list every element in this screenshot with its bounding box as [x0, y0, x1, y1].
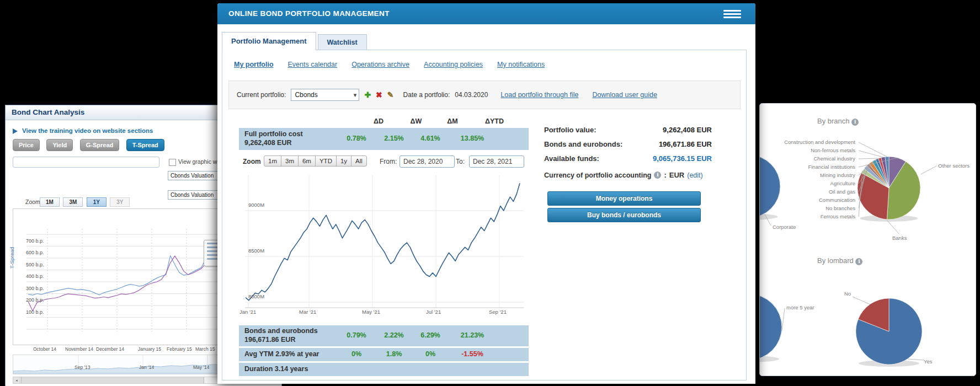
pie-label-banks: Banks — [892, 235, 907, 241]
menu-icon[interactable] — [723, 10, 741, 18]
delta-value: 6.29% — [407, 331, 454, 339]
to-date-input[interactable] — [469, 156, 524, 168]
chart-zoom-label: Zoom — [243, 158, 261, 165]
scrollbar-left-arrow[interactable]: ◂ — [13, 377, 20, 383]
portfolio-date-label: Date a portfolio: — [403, 91, 450, 99]
zoom-1y-button[interactable]: 1y — [336, 156, 351, 167]
nav-accounting-policies[interactable]: Accounting policies — [424, 61, 483, 68]
pie-label-yes: Yes — [924, 358, 933, 364]
portfolio-nav: My portfolio Events calendar Operations … — [234, 61, 545, 68]
buy-bonds-button[interactable]: Buy bonds / eurobonds — [547, 208, 701, 222]
tab-price[interactable]: Price — [13, 139, 40, 151]
zoom-3y-button[interactable]: 3Y — [110, 197, 130, 207]
online-bond-portfolio-window: ONLINE BOND PORTFOLIO MANAGEMENT Portfol… — [217, 3, 755, 384]
currency-colon: : — [664, 171, 666, 179]
by-branch-pie[interactable] — [858, 157, 920, 222]
pie-label-mining: Mining industry — [820, 172, 855, 178]
pie-label-ferrous: Ferrous metals — [821, 213, 855, 219]
avg-ytm-row: Avg YTM 2.93% at year 0% 1.8% 0% -1.55% — [239, 348, 529, 361]
zoom-1y-button[interactable]: 1Y — [87, 197, 106, 207]
maturity-pie[interactable] — [760, 294, 782, 362]
info-icon[interactable]: i — [654, 171, 661, 179]
x-axis-tick: March 15 — [195, 346, 215, 352]
currency-edit-link[interactable]: (edit) — [687, 171, 702, 179]
zoom-6m-button[interactable]: 6m — [298, 156, 316, 167]
nav-events-calendar[interactable]: Events calendar — [288, 61, 338, 68]
portfolio-value-amount: 9,262,408 EUR — [601, 126, 712, 134]
nav-operations-archive[interactable]: Operations archive — [351, 61, 409, 68]
x-axis-tick: Mar '21 — [299, 309, 316, 315]
load-portfolio-link[interactable]: Load portfolio through file — [500, 91, 578, 99]
to-label: To: — [456, 158, 465, 165]
y-axis-tick: 8500M — [248, 248, 264, 254]
tab-yield[interactable]: Yield — [46, 139, 73, 151]
zoom-1m-button[interactable]: 1M — [40, 197, 60, 207]
currency-label: Currency of portfolio accounting — [544, 171, 651, 179]
delta-value: 0% — [407, 350, 454, 358]
x-axis-tick: October 14 — [33, 346, 56, 352]
nav-my-notifications[interactable]: My notifications — [497, 61, 545, 68]
tab-portfolio-management[interactable]: Portfolio Management — [222, 32, 316, 50]
navigator-tick: Sep '13 — [74, 364, 90, 370]
y-axis-title: T-Spread — [9, 247, 15, 269]
download-guide-link[interactable]: Download user guide — [592, 91, 657, 99]
view-graphic-checkbox[interactable] — [169, 159, 176, 166]
x-axis-tick: Jul '21 — [426, 309, 441, 315]
pie-label-communication: Communication — [819, 197, 855, 203]
zoom-3m-button[interactable]: 3m — [281, 156, 299, 167]
window-title: Bond Chart Analysis — [12, 108, 84, 116]
pie-label-non-ferrous: Non-ferrous metals — [811, 147, 855, 153]
tab-t-spread[interactable]: T-Spread — [126, 139, 164, 151]
add-portfolio-icon[interactable]: ✚ — [364, 90, 371, 99]
edit-portfolio-icon[interactable]: ✎ — [387, 90, 394, 99]
delta-value: 4.61% — [407, 135, 454, 142]
pie-label-chemical: Chemical industry — [814, 156, 856, 162]
available-funds-amount: 9,065,736.15 EUR — [601, 154, 712, 163]
x-axis-tick: December 14 — [96, 346, 124, 352]
x-axis-tick: Sep '21 — [489, 309, 507, 315]
delete-portfolio-icon[interactable]: ✖ — [376, 90, 382, 99]
portfolio-date-value: 04.03.2020 — [455, 91, 488, 99]
zoom-ytd-button[interactable]: YTD — [315, 156, 337, 167]
training-video-link[interactable]: View the training video on website secti… — [22, 127, 153, 134]
y-axis-tick: 600 b.p. — [26, 250, 44, 255]
portfolio-value-series — [246, 183, 520, 301]
money-operations-button[interactable]: Money operations — [547, 191, 701, 206]
available-funds-label: Available funds: — [544, 154, 599, 163]
row-title: Bonds and eurobonds — [244, 327, 318, 335]
y-axis-tick: 8000M — [248, 293, 264, 299]
y-axis-tick: 300 b.p. — [26, 286, 44, 291]
chart-zoom-buttons: 1m3m6mYTD1yAll — [264, 156, 367, 167]
y-axis-tick: 400 b.p. — [26, 274, 44, 279]
row-subtitle: 196,671.86 EUR — [244, 336, 295, 344]
delta-m-header: ΔM — [430, 117, 475, 125]
row-subtitle: 9,262,408 EUR — [244, 139, 291, 147]
full-portfolio-cost-row: Full portfolio cost 9,262,408 EUR 0.78% … — [239, 128, 529, 150]
zoom-all-button[interactable]: All — [351, 156, 367, 167]
by-lombard-pie[interactable] — [856, 298, 922, 367]
pie-label-more-5-year: more 5 year — [786, 304, 814, 310]
view-graphic-label: View graphic with — [178, 158, 222, 165]
pie-label-oil-gas: Oil and gas — [829, 189, 855, 195]
corporate-pie[interactable] — [760, 155, 780, 220]
delta-value: -1.55% — [449, 350, 496, 358]
pie-label-agriculture: Agriculture — [830, 180, 855, 186]
from-date-input[interactable] — [400, 156, 455, 168]
y-axis-tick: 700 b.p. — [26, 238, 44, 244]
navigator-tick: Jan '14 — [139, 364, 154, 370]
zoom-range-buttons: 1M 3M 1Y 3Y — [40, 196, 131, 207]
zoom-1m-button[interactable]: 1m — [264, 156, 281, 167]
bond-search-input[interactable] — [13, 157, 159, 168]
zoom-3m-button[interactable]: 3M — [63, 197, 83, 207]
x-axis-tick: February 15 — [167, 346, 192, 352]
nav-my-portfolio[interactable]: My portfolio — [234, 61, 274, 68]
pie-label-corporate: Corporate — [773, 224, 796, 230]
x-axis-tick: Jan '21 — [239, 309, 256, 315]
play-icon — [13, 128, 18, 134]
pie-label-financial: Financial institutions — [808, 164, 855, 170]
tab-g-spread[interactable]: G-Spread — [80, 139, 120, 151]
portfolio-select[interactable]: Cbonds — [291, 89, 359, 101]
scrollbar-thumb[interactable] — [21, 377, 204, 383]
tab-watchlist[interactable]: Watchlist — [318, 34, 367, 50]
delta-value: 13.85% — [449, 135, 496, 142]
